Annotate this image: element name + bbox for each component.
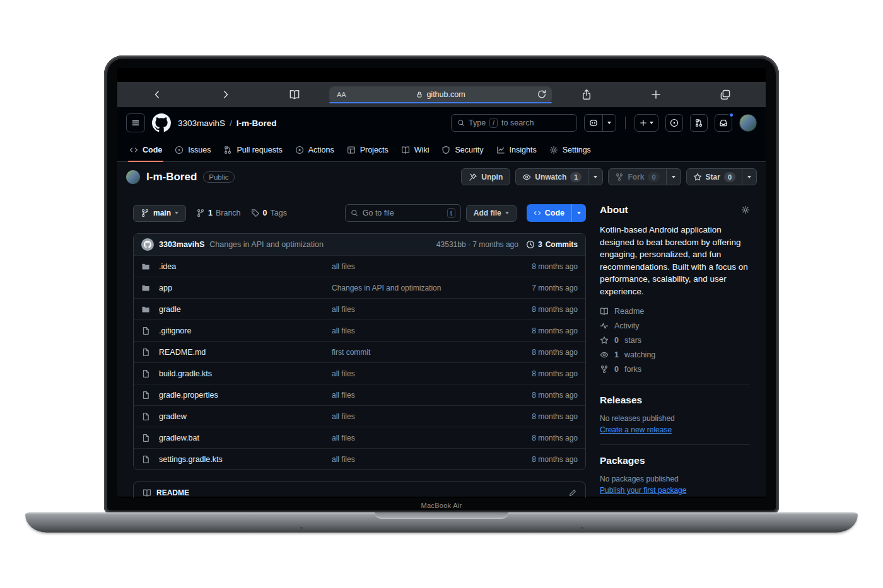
file-commit-message[interactable]: all files (332, 326, 532, 335)
commit-author-avatar[interactable] (141, 238, 154, 251)
issue-opened-icon (175, 146, 184, 154)
edit-readme-button[interactable] (569, 489, 576, 497)
inbox-button[interactable] (715, 114, 732, 132)
file-row[interactable]: .idea all files 8 months ago (134, 255, 585, 277)
code-button-group: Code (527, 204, 586, 222)
file-commit-message[interactable]: all files (332, 455, 532, 464)
file-row[interactable]: settings.gradle.kts all files 8 months a… (134, 448, 585, 470)
breadcrumb-owner-link[interactable]: 3303mavihS (178, 118, 225, 128)
watch-menu-button[interactable] (588, 169, 602, 185)
commit-sha-time[interactable]: 43531bb · 7 months ago (436, 240, 518, 249)
share-button[interactable] (582, 89, 592, 100)
address-bar[interactable]: AA github.com (329, 86, 552, 103)
file-row[interactable]: build.gradle.kts all files 8 months ago (134, 362, 585, 384)
tab-wiki[interactable]: Wiki (395, 139, 436, 161)
tabs-overview-button[interactable] (720, 89, 731, 100)
latest-commit-bar: 3303mavihS Changes in API and optimizati… (134, 234, 585, 255)
commit-author-link[interactable]: 3303mavihS (159, 240, 204, 249)
file-row[interactable]: gradlew all files 8 months ago (134, 405, 585, 427)
stars-link[interactable]: 0stars (600, 336, 750, 345)
file-commit-message[interactable]: all files (332, 369, 532, 378)
tab-security[interactable]: Security (435, 139, 489, 161)
copilot-button[interactable] (585, 115, 602, 131)
watchers-link[interactable]: 1watching (600, 350, 750, 359)
github-logo-icon[interactable] (152, 113, 171, 132)
unpin-button[interactable]: Unpin (461, 168, 510, 185)
tab-code[interactable]: Code (123, 139, 168, 161)
pull-requests-dashboard-button[interactable] (690, 114, 708, 132)
file-name-link[interactable]: .gitignore (159, 326, 332, 335)
file-row[interactable]: .gitignore all files 8 months ago (134, 320, 585, 341)
file-row[interactable]: gradle all files 8 months ago (134, 298, 585, 320)
edit-about-gear-button[interactable] (741, 205, 750, 214)
file-name-link[interactable]: gradlew.bat (159, 434, 332, 442)
new-tab-button[interactable] (651, 89, 662, 100)
tab-settings[interactable]: Settings (543, 139, 597, 161)
unwatch-button[interactable]: Unwatch 1 (516, 169, 588, 185)
packages-title[interactable]: Packages (600, 455, 750, 466)
file-commit-message[interactable]: all files (332, 262, 532, 271)
global-nav-menu-button[interactable] (126, 113, 145, 132)
code-menu-button[interactable] (571, 204, 586, 222)
copilot-menu-button[interactable] (602, 115, 616, 131)
tab-pull-requests[interactable]: Pull requests (217, 139, 288, 161)
star-button[interactable]: Star 0 (687, 169, 742, 185)
commit-message-link[interactable]: Changes in API and optimization (209, 240, 324, 249)
file-row[interactable]: README.md first commit 8 months ago (134, 341, 585, 362)
releases-empty-text: No releases published (600, 414, 750, 423)
activity-link[interactable]: Activity (600, 321, 750, 330)
forward-button[interactable] (221, 89, 231, 100)
file-commit-message[interactable]: Changes in API and optimization (332, 284, 532, 292)
add-file-button[interactable]: Add file (466, 205, 517, 222)
file-commit-message[interactable]: all files (332, 434, 532, 442)
file-commit-message[interactable]: first commit (332, 348, 532, 357)
repo-title[interactable]: I-m-Bored (146, 171, 197, 183)
file-name-link[interactable]: gradle (159, 305, 332, 314)
file-row[interactable]: gradlew.bat all files 8 months ago (134, 427, 585, 448)
file-name-link[interactable]: gradlew (159, 412, 332, 421)
bookmarks-icon[interactable] (289, 89, 300, 100)
file-name-link[interactable]: .idea (159, 262, 332, 271)
create-new-button[interactable] (634, 114, 658, 132)
user-avatar[interactable] (739, 114, 757, 132)
file-commit-message[interactable]: all files (332, 391, 532, 400)
branch-selector[interactable]: main (133, 205, 186, 222)
go-to-file-input[interactable]: Go to file t (345, 204, 461, 222)
file-name-link[interactable]: README.md (159, 348, 332, 357)
repo-owner-avatar[interactable] (126, 170, 140, 184)
fork-button[interactable]: Fork 0 (609, 169, 665, 185)
reload-button[interactable] (537, 89, 547, 102)
file-row[interactable]: app Changes in API and optimization 7 mo… (134, 277, 585, 298)
code-button[interactable]: Code (527, 204, 571, 222)
file-name-link[interactable]: gradle.properties (159, 391, 332, 400)
file-commit-message[interactable]: all files (332, 412, 532, 421)
readme-link[interactable]: Readme (600, 307, 750, 316)
back-button[interactable] (152, 89, 163, 100)
issues-dashboard-button[interactable] (665, 114, 683, 132)
tags-link[interactable]: 0Tags (251, 209, 287, 217)
releases-title[interactable]: Releases (600, 395, 750, 406)
file-name-link[interactable]: settings.gradle.kts (159, 455, 332, 464)
tab-projects[interactable]: Projects (341, 139, 395, 161)
forks-link[interactable]: 0forks (600, 365, 750, 374)
tab-actions[interactable]: Actions (289, 139, 341, 161)
tab-issues[interactable]: Issues (168, 139, 217, 161)
star-menu-button[interactable] (742, 169, 756, 185)
file-row[interactable]: gradle.properties all files 8 months ago (134, 384, 585, 405)
global-search-input[interactable]: Type / to search (451, 114, 577, 132)
eye-icon (600, 350, 609, 359)
file-table: 3303mavihS Changes in API and optimizati… (133, 233, 586, 470)
tab-insights[interactable]: Insights (490, 139, 543, 161)
branches-link[interactable]: 1Branch (196, 209, 241, 217)
breadcrumb-repo-link[interactable]: I-m-Bored (237, 118, 277, 128)
fork-menu-button[interactable] (666, 169, 681, 185)
readme-title[interactable]: README (156, 488, 189, 497)
commit-history-link[interactable]: 3Commits (526, 240, 578, 249)
file-name-link[interactable]: build.gradle.kts (159, 369, 332, 378)
file-commit-message[interactable]: all files (332, 305, 532, 314)
publish-package-link[interactable]: Publish your first package (600, 486, 686, 495)
create-release-link[interactable]: Create a new release (600, 425, 672, 434)
file-name-link[interactable]: app (159, 284, 332, 292)
file-commit-time: 8 months ago (532, 305, 578, 314)
branch-toolbar: main 1Branch 0Tags (133, 204, 586, 222)
